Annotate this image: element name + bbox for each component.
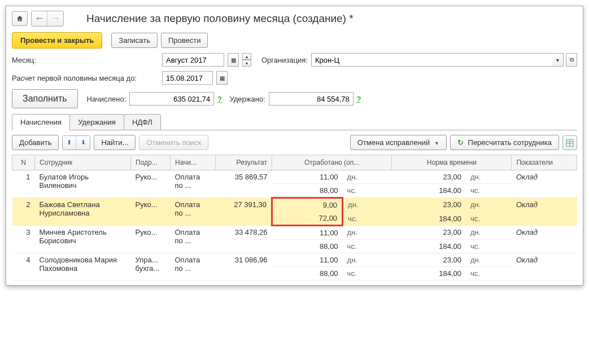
dept[interactable]: Руко... xyxy=(131,170,171,198)
fill-button[interactable]: Заполнить xyxy=(12,89,78,108)
unit-hours: чс. xyxy=(343,184,392,198)
employee-name[interactable]: Булатов ИгорьВиленович xyxy=(35,170,131,198)
norm-days[interactable]: 23,00 xyxy=(392,170,466,184)
indicator[interactable]: Оклад xyxy=(512,198,577,226)
worked-days[interactable]: 9,00 xyxy=(272,198,343,212)
cancel-corrections-label: Отмена исправлений xyxy=(357,138,430,147)
calc-date-calendar-icon[interactable]: ▦ xyxy=(216,71,228,85)
accrual-type[interactable]: Оплатапо ... xyxy=(171,253,216,280)
col-indicators[interactable]: Показатели xyxy=(512,155,577,170)
col-result[interactable]: Результат xyxy=(216,155,272,170)
unit-hours: чс. xyxy=(343,212,392,226)
refresh-icon xyxy=(457,138,466,147)
worked-days[interactable]: 11,00 xyxy=(272,253,343,267)
worked-hours[interactable]: 88,00 xyxy=(272,240,343,253)
table-row[interactable]: 2 Бажова СветланаНурисламовна Руко... Оп… xyxy=(12,198,577,212)
norm-hours[interactable]: 184,00 xyxy=(392,240,466,253)
table-row[interactable]: 1 Булатов ИгорьВиленович Руко... Оплатап… xyxy=(12,170,577,184)
norm-days[interactable]: 23,00 xyxy=(392,253,466,267)
move-down-icon[interactable]: ⬇ xyxy=(76,136,90,150)
withheld-label: Удержано: xyxy=(230,95,265,103)
calc-date-input[interactable] xyxy=(162,71,213,85)
col-n[interactable]: N xyxy=(12,155,35,170)
accrued-help-icon[interactable]: ? xyxy=(217,95,221,103)
row-number: 4 xyxy=(12,253,35,280)
row-number: 3 xyxy=(12,226,35,253)
home-button[interactable] xyxy=(12,11,28,26)
accrued-value[interactable] xyxy=(129,92,214,106)
result[interactable]: 33 478,26 xyxy=(216,226,272,253)
back-button[interactable]: 🡐 xyxy=(32,11,47,26)
month-down-icon[interactable]: ▼ xyxy=(242,60,251,67)
dept[interactable]: Упра...бухга... xyxy=(131,253,171,280)
dept[interactable]: Руко... xyxy=(131,198,171,226)
dept[interactable]: Руко... xyxy=(131,226,171,253)
withheld-help-icon[interactable]: ? xyxy=(357,95,361,103)
table-row[interactable]: 4 Солодовникова МарияПахомовна Упра...бу… xyxy=(12,253,577,267)
worked-days[interactable]: 11,00 xyxy=(272,226,343,240)
col-employee[interactable]: Сотрудник xyxy=(35,155,131,170)
organization-dropdown-icon[interactable]: ▾ xyxy=(552,53,564,67)
unit-hours: чс. xyxy=(466,184,512,198)
unit-days: дн. xyxy=(343,198,392,212)
worked-hours[interactable]: 88,00 xyxy=(272,267,343,280)
col-accrual[interactable]: Начи... xyxy=(171,155,216,170)
post-and-close-button[interactable]: Провести и закрыть xyxy=(12,32,102,49)
worked-days[interactable]: 11,00 xyxy=(272,170,343,184)
employee-name[interactable]: Минчев АристотельБорисович xyxy=(35,226,131,253)
indicator[interactable]: Оклад xyxy=(512,226,577,253)
month-calendar-icon[interactable]: ▦ xyxy=(228,53,239,67)
unit-hours: чс. xyxy=(343,240,392,253)
norm-hours[interactable]: 184,00 xyxy=(392,184,466,198)
worked-hours[interactable]: 72,00 xyxy=(272,212,343,226)
calc-until-label: Расчет первой половины месяца до: xyxy=(12,74,159,82)
worked-hours[interactable]: 88,00 xyxy=(272,184,343,198)
organization-open-icon[interactable]: ⧉ xyxy=(566,53,577,67)
add-button[interactable]: Добавить xyxy=(12,135,59,150)
month-input[interactable] xyxy=(162,53,224,67)
employee-name[interactable]: Солодовникова МарияПахомовна xyxy=(35,253,131,280)
cancel-search-button: Отменить поиск xyxy=(139,135,208,150)
table-row[interactable]: 3 Минчев АристотельБорисович Руко... Опл… xyxy=(12,226,577,240)
indicator[interactable]: Оклад xyxy=(512,170,577,198)
tab-ndfl[interactable]: НДФЛ xyxy=(124,114,161,130)
withheld-value[interactable] xyxy=(269,92,354,106)
accrual-type[interactable]: Оплатапо ... xyxy=(171,226,216,253)
unit-days: дн. xyxy=(343,226,392,240)
page-title: Начисление за первую половину месяца (со… xyxy=(86,12,354,25)
tab-accruals[interactable]: Начисления xyxy=(12,114,70,130)
grid-settings-icon[interactable] xyxy=(562,135,577,150)
unit-hours: чс. xyxy=(466,212,512,226)
employee-name[interactable]: Бажова СветланаНурисламовна xyxy=(35,198,131,226)
col-worked[interactable]: Отработано (оп... xyxy=(272,155,392,170)
result[interactable]: 27 391,30 xyxy=(216,198,272,226)
unit-days: дн. xyxy=(466,253,512,267)
save-button[interactable]: Записать xyxy=(111,33,158,48)
indicator[interactable]: Оклад xyxy=(512,253,577,280)
organization-label: Организация: xyxy=(261,56,308,64)
organization-input[interactable] xyxy=(311,53,552,67)
unit-hours: чс. xyxy=(343,267,392,280)
norm-hours[interactable]: 184,00 xyxy=(392,212,466,226)
month-label: Месяц: xyxy=(12,56,159,64)
norm-days[interactable]: 23,00 xyxy=(392,198,466,212)
tab-withholdings[interactable]: Удержания xyxy=(69,114,124,130)
col-dept[interactable]: Подр... xyxy=(131,155,171,170)
col-norm[interactable]: Норма времени xyxy=(392,155,512,170)
move-up-icon[interactable]: ⬆ xyxy=(63,136,76,150)
norm-hours[interactable]: 184,00 xyxy=(392,267,466,280)
recalc-employee-button[interactable]: Пересчитать сотрудника xyxy=(450,135,559,150)
norm-days[interactable]: 23,00 xyxy=(392,226,466,240)
month-up-icon[interactable]: ▲ xyxy=(242,53,251,60)
accrual-type[interactable]: Оплатапо ... xyxy=(171,170,216,198)
post-button[interactable]: Провести xyxy=(161,33,208,48)
accrual-type[interactable]: Оплатапо ... xyxy=(171,198,216,226)
find-button[interactable]: Найти... xyxy=(94,135,136,150)
forward-button[interactable]: 🡒 xyxy=(47,11,63,26)
accrued-label: Начислено: xyxy=(87,95,126,103)
result[interactable]: 35 869,57 xyxy=(216,170,272,198)
unit-hours: чс. xyxy=(466,267,512,280)
cancel-corrections-button[interactable]: Отмена исправлений ▼ xyxy=(350,135,447,150)
unit-days: дн. xyxy=(466,170,512,184)
result[interactable]: 31 086,96 xyxy=(216,253,272,280)
